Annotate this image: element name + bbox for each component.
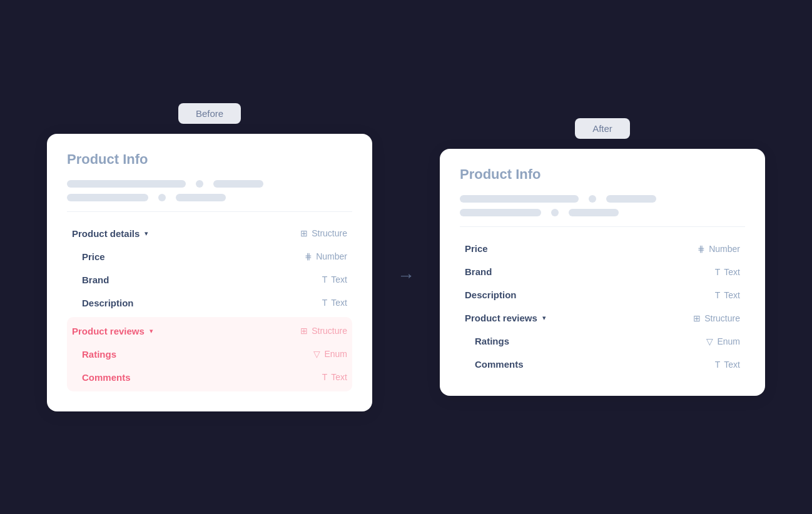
field-type-structure: Structure xyxy=(704,313,740,323)
skeleton-bar xyxy=(213,180,263,188)
field-left: Comments xyxy=(475,359,524,370)
field-row-ratings-before: Ratings ▽ Enum xyxy=(67,343,352,366)
field-left: Price xyxy=(465,243,488,254)
field-name-product-reviews: Product reviews xyxy=(465,313,537,323)
number-icon: ⋕ xyxy=(698,244,705,254)
field-type-enum: Enum xyxy=(717,336,740,346)
field-left: Brand xyxy=(82,275,109,285)
arrow-icon: → xyxy=(397,266,415,286)
skeleton-bar xyxy=(176,194,226,201)
field-type-enum: Enum xyxy=(324,349,347,359)
field-right: T Text xyxy=(322,372,347,382)
field-row-ratings-after: Ratings ▽ Enum xyxy=(460,330,745,353)
field-left: Product reviews ▾ xyxy=(72,326,153,336)
chevron-down-icon: ▾ xyxy=(150,327,153,335)
skeleton-row-1 xyxy=(67,180,352,188)
field-right: ⊞ Structure xyxy=(693,313,740,323)
skeleton-row-2 xyxy=(67,194,352,201)
skeleton-row-2 xyxy=(460,209,745,216)
field-type-structure: Structure xyxy=(312,326,347,336)
field-type-text: Text xyxy=(331,298,347,308)
chevron-down-icon: ▾ xyxy=(542,314,546,322)
text-icon: T xyxy=(322,298,328,308)
field-type-structure: Structure xyxy=(312,228,347,238)
field-row-brand: Brand T Text xyxy=(67,268,352,291)
field-left: Description xyxy=(465,290,517,300)
divider xyxy=(460,226,745,227)
skeleton-bar xyxy=(67,180,186,188)
skeleton-dot xyxy=(589,195,596,203)
field-name-comments: Comments xyxy=(82,372,131,383)
field-right: ▽ Enum xyxy=(313,349,347,359)
skeleton-bar xyxy=(67,194,148,201)
field-type-text: Text xyxy=(724,267,740,277)
arrow-container: → xyxy=(397,266,415,286)
field-type-number: Number xyxy=(316,251,347,261)
skeleton-bar xyxy=(606,195,656,203)
field-row-comments-after: Comments T Text xyxy=(460,353,745,376)
after-column: After Product Info Price ⋕ xyxy=(440,118,765,396)
skeleton-dot xyxy=(551,209,559,216)
field-row-comments-before: Comments T Text xyxy=(67,366,352,389)
field-type-text: Text xyxy=(724,290,740,300)
skeleton-dot xyxy=(196,180,203,188)
text-icon: T xyxy=(715,360,721,370)
structure-icon: ⊞ xyxy=(693,313,701,323)
field-right: T Text xyxy=(715,267,740,277)
field-left: Product reviews ▾ xyxy=(465,313,546,323)
field-left: Comments xyxy=(82,372,131,383)
field-row-price-after: Price ⋕ Number xyxy=(460,237,745,260)
field-left: Description xyxy=(82,298,134,308)
field-type-text: Text xyxy=(331,275,347,285)
field-right: T Text xyxy=(715,290,740,300)
structure-icon: ⊞ xyxy=(300,326,308,336)
field-left: Ratings xyxy=(475,336,509,346)
field-row-brand-after: Brand T Text xyxy=(460,260,745,283)
text-icon: T xyxy=(322,275,328,285)
field-name-price: Price xyxy=(82,251,105,262)
field-name-description: Description xyxy=(82,298,134,308)
divider xyxy=(67,211,352,212)
text-icon: T xyxy=(715,267,721,277)
text-icon: T xyxy=(322,372,328,382)
before-column: Before Product Info Product details ▾ xyxy=(47,103,372,411)
field-name-brand: Brand xyxy=(82,275,109,285)
after-badge: After xyxy=(575,118,630,139)
field-left: Product details ▾ xyxy=(72,228,148,239)
field-right: ▽ Enum xyxy=(706,336,740,346)
skeleton-dot xyxy=(158,194,166,201)
field-right: ⋕ Number xyxy=(698,244,740,254)
field-right: ⊞ Structure xyxy=(300,326,347,336)
field-type-text: Text xyxy=(331,372,347,382)
field-row-price: Price ⋕ Number xyxy=(67,245,352,268)
field-left: Brand xyxy=(465,266,492,277)
skeleton-bar xyxy=(460,195,579,203)
field-type-text: Text xyxy=(724,360,740,370)
enum-icon: ▽ xyxy=(706,336,713,346)
after-card: Product Info Price ⋕ Number xyxy=(440,149,765,396)
before-card: Product Info Product details ▾ xyxy=(47,134,372,411)
field-name-comments: Comments xyxy=(475,359,524,370)
field-name-ratings: Ratings xyxy=(82,349,116,360)
before-card-title: Product Info xyxy=(67,151,352,168)
before-badge: Before xyxy=(178,103,241,124)
text-icon: T xyxy=(715,290,721,300)
field-type-number: Number xyxy=(709,244,740,254)
field-name-ratings: Ratings xyxy=(475,336,509,346)
field-name-description: Description xyxy=(465,290,517,300)
field-name-product-details: Product details xyxy=(72,228,140,239)
field-row-product-details: Product details ▾ ⊞ Structure xyxy=(67,222,352,245)
field-right: ⋕ Number xyxy=(305,251,347,261)
structure-icon: ⊞ xyxy=(300,228,308,238)
field-name-product-reviews: Product reviews xyxy=(72,326,145,336)
skeleton-bar xyxy=(569,209,619,216)
field-row-product-reviews-before: Product reviews ▾ ⊞ Structure xyxy=(67,320,352,343)
field-row-description: Description T Text xyxy=(67,291,352,315)
field-right: ⊞ Structure xyxy=(300,228,347,238)
number-icon: ⋕ xyxy=(305,251,312,261)
field-left: Ratings xyxy=(82,349,116,360)
scene: Before Product Info Product details ▾ xyxy=(22,78,790,436)
skeleton-row-1 xyxy=(460,195,745,203)
field-right: T Text xyxy=(322,275,347,285)
skeleton-bar xyxy=(460,209,541,216)
